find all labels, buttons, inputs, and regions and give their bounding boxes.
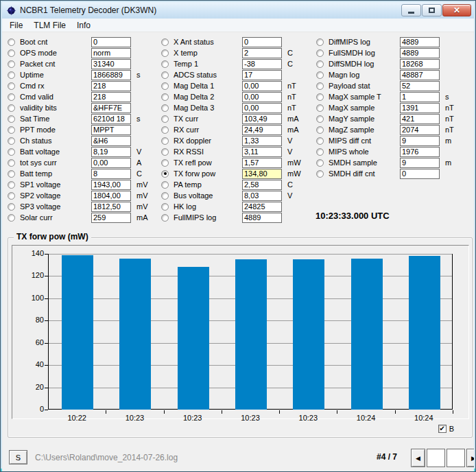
value-field-batt-voltage[interactable]: 8,19 [91,147,131,157]
value-field-temp-1[interactable]: -38 [242,59,282,69]
value-field-sp1-voltage[interactable]: 1943,00 [91,180,131,190]
value-field-batt-temp[interactable]: 8 [91,169,131,179]
menu-file[interactable]: File [5,19,27,32]
value-field-diffmips-log[interactable]: 4889 [400,37,440,47]
radio-cmd-valid[interactable] [8,93,15,101]
radio-rx-doppler[interactable] [161,137,169,145]
radio-batt-voltage[interactable] [8,148,15,156]
value-field-rx-curr[interactable]: 24,49 [242,125,282,135]
value-field-fullsmdh-log[interactable]: 4889 [400,48,440,58]
value-field-fullmips-log[interactable]: 4889 [242,213,282,223]
b-checkbox[interactable]: ✔ [438,425,447,433]
radio-pa-temp[interactable] [161,181,169,189]
radio-diffsmdh-log[interactable] [316,60,324,68]
radio-ppt-mode[interactable] [8,126,15,134]
radio-tot-sys-curr[interactable] [8,159,15,167]
radio-packet-cnt[interactable] [8,60,15,68]
radio-sp3-voltage[interactable] [8,203,15,211]
value-field-hk-log[interactable]: 24825 [242,202,282,212]
radio-batt-temp[interactable] [8,170,15,178]
value-field-sp2-voltage[interactable]: 1804,00 [91,191,131,201]
value-field-smdh-diff-cnt[interactable]: 0 [400,169,440,179]
radio-rx-rssi[interactable] [161,148,169,156]
value-field-magn-log[interactable]: 48887 [400,70,440,80]
radio-tx-curr[interactable] [161,115,169,123]
nav-box-left[interactable] [427,449,445,467]
value-field-boot-cnt[interactable]: 0 [91,37,131,47]
radio-boot-cnt[interactable] [8,38,15,46]
radio-mag-delta-2[interactable] [161,93,169,101]
prev-record-button[interactable]: ◀ [411,449,425,467]
radio-mips-whole[interactable] [316,148,324,156]
radio-rx-curr[interactable] [161,126,169,134]
radio-bus-voltage[interactable] [161,192,169,200]
value-field-validity-bits[interactable]: &HFF7E [91,103,131,113]
value-field-solar-curr[interactable]: 259 [91,213,131,223]
value-field-tot-sys-curr[interactable]: 0,00 [91,158,131,168]
title-bar[interactable]: NCBR1 Telemetry Decoder (DK3WN) ✕ [2,2,474,19]
next-record-button[interactable]: ▶ [466,449,474,467]
radio-solar-curr[interactable] [8,214,15,222]
close-button[interactable]: ✕ [442,4,471,16]
radio-magx-sample-t[interactable] [316,93,324,101]
menu-tlm-file[interactable]: TLM File [29,19,71,32]
radio-x-temp[interactable] [161,49,169,57]
menu-info[interactable]: Info [72,19,95,32]
value-field-ops-mode[interactable]: norm [91,48,131,58]
radio-cmd-rx[interactable] [8,82,15,90]
value-field-tx-curr[interactable]: 103,49 [242,114,282,124]
radio-sat-time[interactable] [8,115,15,123]
value-field-adcs-status[interactable]: 17 [242,70,282,80]
value-field-mips-diff-cnt[interactable]: 9 [400,136,440,146]
value-field-packet-cnt[interactable]: 31340 [91,59,131,69]
value-field-mips-whole[interactable]: 1976 [400,147,440,157]
value-field-uptime[interactable]: 1866889 [91,70,131,80]
radio-temp-1[interactable] [161,60,169,68]
radio-ops-mode[interactable] [8,49,15,57]
value-field-sp3-voltage[interactable]: 1812,50 [91,202,131,212]
value-field-diffsmdh-log[interactable]: 18268 [400,59,440,69]
radio-magz-sample[interactable] [316,126,324,134]
radio-fullsmdh-log[interactable] [316,49,324,57]
value-field-mag-delta-1[interactable]: 0,00 [242,81,282,91]
radio-x-ant-status[interactable] [161,38,169,46]
nav-box-right[interactable] [447,449,465,467]
radio-adcs-status[interactable] [161,71,169,79]
minimize-button[interactable] [401,4,421,16]
value-field-x-ant-status[interactable]: 0 [242,37,282,47]
value-field-payload-stat[interactable]: 52 [400,81,440,91]
value-field-ch-status[interactable]: &H6 [91,136,131,146]
radio-mag-delta-3[interactable] [161,104,169,112]
value-field-magx-sample[interactable]: 1391 [400,103,440,113]
radio-uptime[interactable] [8,71,15,79]
value-field-rx-rssi[interactable]: 3,11 [242,147,282,157]
value-field-magx-sample-t[interactable]: 1 [400,92,440,102]
value-field-sat-time[interactable]: 6210d 18 [91,114,131,124]
value-field-smdh-sample[interactable]: 9 [400,158,440,168]
value-field-mag-delta-2[interactable]: 0,00 [242,92,282,102]
radio-magn-log[interactable] [316,71,324,79]
value-field-bus-voltage[interactable]: 8,03 [242,191,282,201]
value-field-ppt-mode[interactable]: MPPT [91,125,131,135]
radio-magy-sample[interactable] [316,115,324,123]
radio-smdh-sample[interactable] [316,159,324,167]
value-field-mag-delta-3[interactable]: 0,00 [242,103,282,113]
value-field-tx-forw-pow[interactable]: 134,80 [242,169,282,179]
value-field-pa-temp[interactable]: 2,58 [242,180,282,190]
value-field-x-temp[interactable]: 2 [242,48,282,58]
value-field-cmd-rx[interactable]: 218 [91,81,131,91]
value-field-magz-sample[interactable]: 2074 [400,125,440,135]
radio-fullmips-log[interactable] [161,214,169,222]
value-field-cmd-valid[interactable]: 218 [91,92,131,102]
radio-payload-stat[interactable] [316,82,324,90]
radio-magx-sample[interactable] [316,104,324,112]
radio-tx-forw-pow[interactable] [161,170,169,178]
radio-tx-refl-pow[interactable] [161,159,169,167]
value-field-tx-refl-pow[interactable]: 1,57 [242,158,282,168]
s-button[interactable]: S [9,450,27,464]
radio-validity-bits[interactable] [8,104,15,112]
value-field-rx-doppler[interactable]: 1,33 [242,136,282,146]
radio-mag-delta-1[interactable] [161,82,169,90]
radio-sp2-voltage[interactable] [8,192,15,200]
radio-diffmips-log[interactable] [316,38,324,46]
